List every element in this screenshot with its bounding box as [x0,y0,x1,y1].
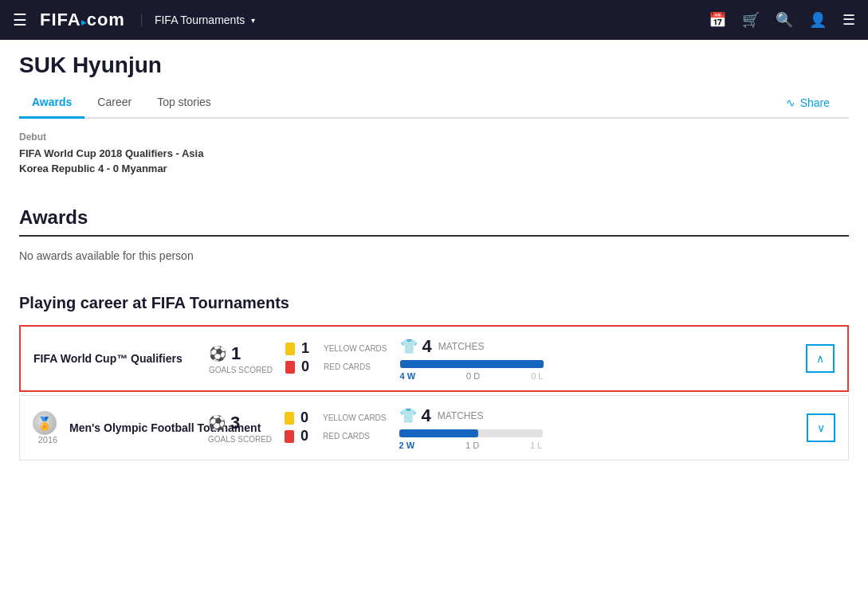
yellow-card-value-1: 1 [301,340,317,357]
yellow-card-icon-2 [285,412,294,425]
expand-button-2[interactable]: ∨ [807,413,835,442]
awards-divider [19,235,849,237]
red-card-row-2: 0 RED CARDS [285,428,386,445]
matches-header-1: 👕 4 MATCHES [400,336,807,357]
progress-bar-2 [399,429,478,437]
share-button[interactable]: ∿ Share [786,96,849,109]
yellow-card-row-2: 0 YELLOW CARDS [285,409,386,426]
red-card-value-1: 0 [301,358,317,375]
share-icon: ∿ [786,96,795,109]
player-section: SUK Hyunjun Awards Career Top stories ∿ … [0,40,868,119]
tabs-bar: Awards Career Top stories ∿ Share [19,88,849,119]
red-card-icon [285,361,295,374]
matches-group-2: 👕 4 MATCHES 2 W 1 D 1 L [399,405,807,450]
user-icon[interactable]: 👤 [809,11,827,29]
wins-label-2: 2 W [399,441,415,450]
shirt-icon-2: 👕 [399,407,417,425]
card-stats-2: 0 YELLOW CARDS 0 RED CARDS [285,409,386,446]
tournament-name-with-medal-2: 🏅 2016 Men's Olympic Football Tournament [33,411,208,445]
goals-value-1: 1 [231,343,241,364]
wdl-row-2: 2 W 1 D 1 L [399,441,543,450]
career-section: Playing career at FIFA Tournaments FIFA … [19,294,849,460]
tab-awards[interactable]: Awards [19,88,84,119]
red-card-label-1: RED CARDS [324,362,371,371]
shirt-icon-1: 👕 [400,338,418,355]
draws-label-2: 1 D [465,441,479,450]
career-section-title: Playing career at FIFA Tournaments [19,294,849,312]
progress-bar-1 [400,360,544,368]
awards-section: Awards No awards available for this pers… [19,206,849,262]
yellow-card-value-2: 0 [300,409,316,426]
red-card-label-2: RED CARDS [323,432,370,441]
red-card-value-2: 0 [300,428,316,445]
medal-group: 🏅 2016 [33,411,63,445]
soccer-ball-icon: ⚽ [209,345,226,362]
matches-number-1: 4 [422,336,432,357]
yellow-card-label-1: YELLOW CARDS [324,344,387,353]
matches-group-1: 👕 4 MATCHES 4 W 0 D 0 L [400,336,807,381]
goals-label-1: GOALS SCORED [209,366,273,374]
matches-label-1: MATCHES [438,341,485,352]
matches-header-2: 👕 4 MATCHES [399,405,807,426]
red-card-icon-2 [285,430,294,443]
hamburger-icon[interactable]: ☰ [13,10,27,29]
calendar-icon[interactable]: 📅 [709,11,726,29]
yellow-card-row-1: 1 YELLOW CARDS [285,340,387,357]
tab-career[interactable]: Career [84,88,144,119]
red-card-row-1: 0 RED CARDS [285,358,387,375]
cart-icon[interactable]: 🛒 [742,11,760,29]
no-awards-text: No awards available for this person [19,249,849,262]
search-icon[interactable]: 🔍 [776,11,793,29]
table-row: FIFA World Cup™ Qualifiers ⚽ 1 GOALS SCO… [19,325,849,392]
goals-group-1: ⚽ 1 GOALS SCORED [209,343,273,374]
goals-value-2: 3 [230,413,240,433]
matches-number-2: 4 [422,405,431,426]
table-row: 🏅 2016 Men's Olympic Football Tournament… [19,395,849,460]
debut-section: Debut FIFA World Cup 2018 Qualifiers - A… [19,131,849,174]
share-label: Share [800,96,830,109]
soccer-ball-icon-2: ⚽ [208,414,226,432]
player-name: SUK Hyunjun [19,53,849,78]
wins-label-1: 4 W [400,371,416,381]
dropdown-arrow-icon: ▾ [251,16,255,25]
silver-medal-icon: 🏅 [33,411,57,435]
main-header: ☰ FIFA▸com FIFA Tournaments ▾ 📅 🛒 🔍 👤 ☰ [0,0,868,40]
tab-top-stories[interactable]: Top stories [144,88,224,119]
fifa-logo: FIFA▸com [40,10,125,30]
draws-label-1: 0 D [466,371,480,381]
progress-bar-container-2 [399,429,543,437]
menu-icon[interactable]: ☰ [842,11,855,29]
expand-button-1[interactable]: ∧ [806,344,835,373]
tournament-year-2: 2016 [38,435,57,445]
wdl-row-1: 4 W 0 D 0 L [400,371,544,381]
yellow-card-icon [285,343,295,355]
card-stats-1: 1 YELLOW CARDS 0 RED CARDS [285,340,387,377]
debut-match: Korea Republic 4 - 0 Myanmar [19,163,849,174]
nav-label: FIFA Tournaments [155,14,245,26]
losses-label-1: 0 L [531,371,543,381]
awards-title: Awards [19,206,849,229]
goals-group-2: ⚽ 3 GOALS SCORED [208,413,272,444]
main-content: Debut FIFA World Cup 2018 Qualifiers - A… [0,119,868,476]
progress-bar-container-1 [400,360,544,368]
goals-label-2: GOALS SCORED [208,435,272,444]
nav-tournaments-dropdown[interactable]: FIFA Tournaments ▾ [141,14,255,26]
header-icons: 📅 🛒 🔍 👤 ☰ [709,11,855,29]
debut-label: Debut [19,131,849,143]
tournament-name-1: FIFA World Cup™ Qualifiers [33,352,209,365]
yellow-card-label-2: YELLOW CARDS [323,413,386,422]
matches-label-2: MATCHES [438,410,484,421]
debut-tournament: FIFA World Cup 2018 Qualifiers - Asia [19,147,849,159]
losses-label-2: 1 L [530,441,542,450]
